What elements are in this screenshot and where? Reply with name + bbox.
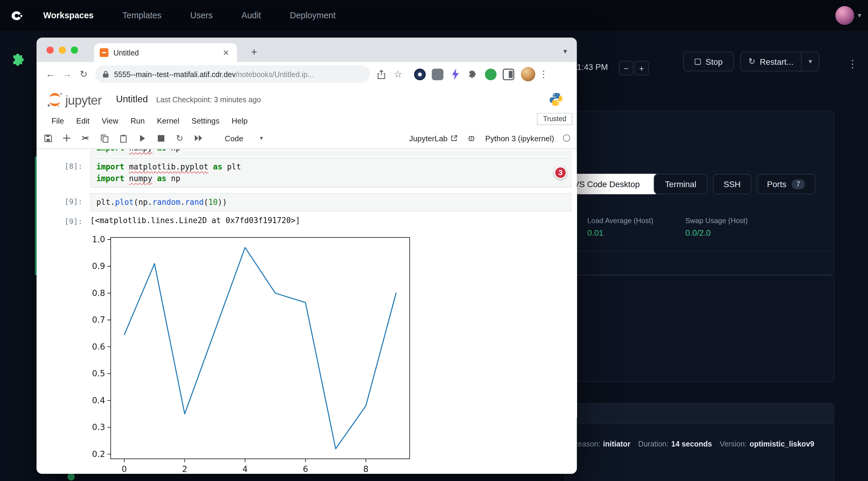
- cell-type-select[interactable]: Code▾: [225, 134, 263, 143]
- puzzle-icon[interactable]: [11, 52, 28, 71]
- bookmark-star-icon[interactable]: ☆: [390, 66, 406, 83]
- user-avatar[interactable]: [836, 6, 855, 25]
- browser-tab[interactable]: Untitled ✕: [94, 43, 237, 62]
- jupyter-header: jupyter Untitled Last Checkpoint: 3 minu…: [37, 86, 577, 113]
- workspace-menu-kebab[interactable]: ⋮: [846, 56, 859, 73]
- main-nav: Workspaces Templates Users Audit Deploym…: [43, 10, 336, 20]
- nav-item-templates[interactable]: Templates: [122, 10, 161, 20]
- extension-icon-3[interactable]: [450, 68, 461, 80]
- notebook-area: import matplotlib.pyplot as plt import n…: [37, 149, 577, 474]
- trusted-button[interactable]: Trusted: [537, 113, 572, 125]
- tab-search-chevron[interactable]: ▾: [558, 44, 572, 58]
- side-panel-icon[interactable]: [503, 68, 515, 80]
- debugger-icon[interactable]: [467, 133, 476, 143]
- zoom-in-button[interactable]: +: [634, 61, 649, 75]
- swap-usage-value: 0.0/2.0: [685, 228, 711, 237]
- cut-cell-button[interactable]: ✂: [81, 133, 90, 143]
- coder-logo-icon[interactable]: [8, 7, 23, 23]
- svg-text:0.5: 0.5: [92, 368, 105, 379]
- coder-top-nav: Workspaces Templates Users Audit Deploym…: [0, 0, 868, 31]
- restart-run-all-button[interactable]: [194, 133, 203, 143]
- code-line: plt.plot(np.random.rand(10)): [96, 196, 565, 208]
- extension-icon-2[interactable]: [432, 68, 443, 80]
- window-zoom-button[interactable]: [71, 46, 78, 54]
- menu-run[interactable]: Run: [130, 116, 145, 125]
- build-version: optimistic_liskov9: [749, 440, 814, 448]
- new-tab-button[interactable]: +: [246, 44, 262, 60]
- forward-button[interactable]: →: [59, 66, 75, 83]
- checkpoint-status: Last Checkpoint: 3 minutes ago: [156, 95, 261, 104]
- nav-item-audit[interactable]: Audit: [242, 10, 261, 20]
- python-logo-icon: [549, 92, 564, 109]
- ports-button[interactable]: Ports 7: [757, 174, 815, 194]
- input-prompt: [9]:: [37, 193, 90, 207]
- open-jupyterlab-link[interactable]: JupyterLab: [409, 134, 458, 143]
- nav-item-users[interactable]: Users: [190, 10, 213, 20]
- jupyter-page: jupyter Untitled Last Checkpoint: 3 minu…: [37, 86, 577, 474]
- browser-menu-kebab[interactable]: ⋮: [535, 66, 552, 83]
- save-button[interactable]: [43, 133, 53, 143]
- paste-cell-button[interactable]: [119, 133, 128, 143]
- stop-button[interactable]: Stop: [683, 52, 734, 71]
- restart-options-chevron[interactable]: ▾: [801, 52, 819, 71]
- kernel-name[interactable]: Python 3 (ipykernel): [485, 134, 554, 143]
- menu-help[interactable]: Help: [231, 116, 247, 125]
- terminal-button[interactable]: Terminal: [654, 174, 708, 194]
- padlock-icon: [102, 70, 109, 78]
- external-link-icon: [451, 134, 458, 141]
- code-editor[interactable]: plt.plot(np.random.rand(10)): [90, 193, 571, 212]
- svg-text:0.6: 0.6: [92, 342, 105, 352]
- code-editor[interactable]: import matplotlib.pyplot as plt import n…: [90, 158, 571, 188]
- interrupt-kernel-button[interactable]: [156, 133, 165, 143]
- nav-item-deployment[interactable]: Deployment: [290, 10, 336, 20]
- menu-settings[interactable]: Settings: [191, 116, 219, 125]
- build-history-panel: Reason: initiator Duration: 14 seconds V…: [565, 403, 834, 481]
- chevron-down-icon[interactable]: ▾: [858, 11, 861, 20]
- extension-icon-4[interactable]: [485, 68, 497, 80]
- notebook-title[interactable]: Untitled: [116, 94, 148, 105]
- restart-kernel-button[interactable]: ↻: [175, 133, 184, 143]
- resources-panel: [565, 275, 834, 382]
- tab-close-icon[interactable]: ✕: [220, 47, 231, 58]
- extensions-puzzle-icon[interactable]: [467, 68, 479, 80]
- menu-view[interactable]: View: [102, 116, 119, 125]
- load-average-value: 0.01: [587, 228, 603, 237]
- build-history-header: [565, 403, 834, 424]
- line-chart: 0.20.30.40.50.60.70.80.91.002468: [86, 232, 429, 474]
- extension-icon-1[interactable]: [414, 68, 426, 80]
- svg-text:2: 2: [182, 464, 187, 474]
- clipped-cell: import matplotlib.pyplot as plt import n…: [37, 149, 577, 157]
- window-close-button[interactable]: [46, 46, 54, 54]
- input-prompt: [8]:: [37, 158, 90, 172]
- run-cell-button[interactable]: [137, 133, 147, 143]
- add-cell-button[interactable]: [62, 133, 71, 143]
- browser-profile-avatar[interactable]: [521, 67, 535, 81]
- copy-cell-button[interactable]: [100, 133, 109, 143]
- svg-text:1.0: 1.0: [92, 234, 105, 245]
- share-icon[interactable]: [373, 66, 390, 83]
- build-reason: initiator: [603, 440, 630, 448]
- address-bar[interactable]: 5555--main--test--matifali.atif.cdr.dev …: [95, 65, 370, 83]
- svg-text:0.8: 0.8: [92, 288, 105, 298]
- extensions-area: [414, 68, 515, 80]
- ssh-button[interactable]: SSH: [713, 174, 751, 194]
- back-button[interactable]: ←: [42, 66, 59, 83]
- output-text: [<matplotlib.lines.Line2D at 0x7fd03f191…: [90, 216, 571, 225]
- svg-text:6: 6: [303, 464, 308, 474]
- window-minimize-button[interactable]: [59, 46, 66, 54]
- restart-button[interactable]: ↻ Restart...: [741, 56, 801, 66]
- menu-file[interactable]: File: [52, 116, 64, 125]
- menu-kernel[interactable]: Kernel: [157, 116, 179, 125]
- code-line: import matplotlib.pyplot as plt: [96, 161, 565, 173]
- zoom-out-button[interactable]: −: [619, 61, 633, 75]
- nav-item-workspaces[interactable]: Workspaces: [43, 10, 94, 20]
- kernel-status-icon: [563, 134, 570, 141]
- jupyter-logo: jupyter: [46, 92, 102, 108]
- menu-edit[interactable]: Edit: [76, 116, 90, 125]
- svg-text:8: 8: [363, 464, 369, 474]
- notebook-favicon: [100, 48, 108, 57]
- svg-text:0.7: 0.7: [92, 315, 105, 325]
- code-cell-9: [9]: plt.plot(np.random.rand(10)): [37, 193, 577, 212]
- reload-button[interactable]: ↻: [75, 66, 92, 83]
- build-duration: 14 seconds: [671, 440, 712, 448]
